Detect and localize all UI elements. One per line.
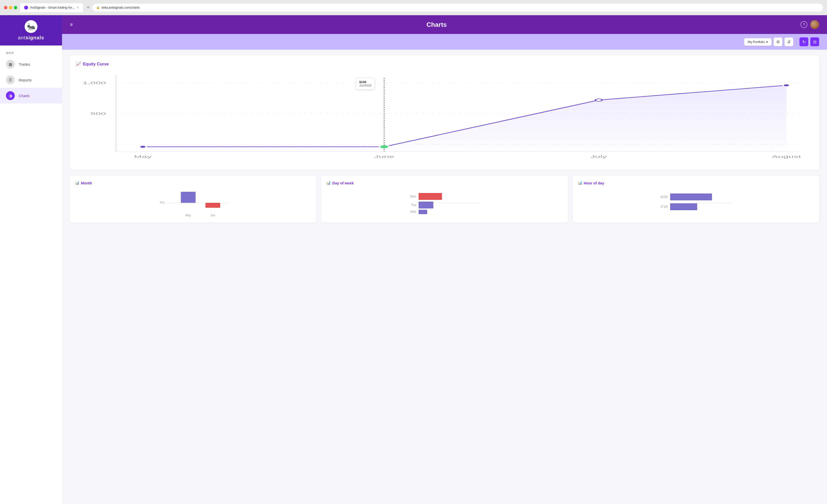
equity-curve-title: 📈 Equity Curve [76,61,813,67]
lock-icon: 🔒 [96,6,100,9]
chart-icon: 📈 [76,61,81,67]
sidebar-item-label: Charts [19,94,30,98]
print-icon: 🖨 [787,40,791,44]
sidebar: 🐜 antsignals MAIN ▦ Trades ☰ Reports ◑ C… [0,15,62,504]
sidebar-section-label: MAIN [0,49,62,56]
svg-text:Tue: Tue [411,203,417,207]
sidebar-item-reports[interactable]: ☰ Reports [0,72,62,88]
hour-of-day-chart-area: 16:00 17:00 [578,188,814,218]
print-btn[interactable]: 🖨 [784,37,793,46]
chart-icon: 📊 [578,181,582,185]
trades-icon: ▦ [6,60,15,69]
svg-text:June: June [374,155,395,159]
svg-point-15 [783,84,790,87]
address-bar[interactable]: 🔒 beta.antsignals.com/charts [92,4,823,11]
svg-text:May: May [185,214,191,217]
month-chart-area: May Jun May [75,188,311,218]
dot-maximize[interactable] [14,6,17,9]
svg-text:500: 500 [90,112,106,116]
user-avatar[interactable] [810,20,819,29]
tab-title: AntSignals - Smart trading for... [30,6,75,9]
chart-icon: 📊 [75,181,80,185]
help-btn[interactable]: ? [800,21,807,28]
filter-icon: ⊟ [813,40,816,44]
svg-rect-18 [181,192,196,203]
filter-btn[interactable]: ⊟ [810,37,819,46]
charts-icon: ◑ [6,91,15,100]
svg-text:Mon: Mon [410,195,416,198]
svg-rect-31 [670,193,712,201]
dot-close[interactable] [4,6,7,9]
hour-of-day-title: 📊 Hour of day [578,181,814,185]
svg-text:May: May [134,155,152,159]
portfolio-select[interactable]: My Portfolio ▾ [744,38,772,46]
sidebar-logo: 🐜 antsignals [0,15,62,46]
refresh-icon: ↻ [802,40,806,44]
browser-chrome: AntSignals - Smart trading for... ✕ + 🔒 … [0,0,827,15]
tab-favicon [24,6,28,10]
svg-rect-32 [670,203,697,210]
top-bar-right: ? [800,20,819,29]
hour-of-day-chart-card: 📊 Hour of day 16:00 [573,176,819,223]
portfolio-label: My Portfolio [748,40,765,44]
svg-rect-26 [419,210,427,214]
charts-area: 📈 Equity Curve $106 Jun/2020 [62,50,827,504]
sidebar-item-label: Reports [19,78,32,82]
sidebar-item-trades[interactable]: ▦ Trades [0,56,62,72]
svg-text:1,000: 1,000 [83,81,106,85]
svg-text:July: July [590,155,607,159]
svg-marker-11 [143,85,786,152]
browser-dots [4,6,17,9]
svg-point-14 [595,99,602,101]
svg-rect-24 [419,193,442,200]
chevron-down-icon: ▾ [766,40,768,44]
svg-text:Wed: Wed [410,210,416,213]
toolbar-separator [796,39,796,45]
month-chart-card: 📊 Month May Jun [70,176,316,223]
browser-tab[interactable]: AntSignals - Smart trading for... ✕ [20,3,83,12]
dow-svg: Mon Tue Wed [326,188,563,218]
top-bar: ≡ Charts ? [62,15,827,34]
settings-icon: ⚙ [776,40,780,44]
month-chart-title: 📊 Month [75,181,311,185]
sidebar-nav: MAIN ▦ Trades ☰ Reports ◑ Charts [0,46,62,107]
equity-chart-container: $106 Jun/2020 1,000 500 [76,70,813,164]
sub-bar: My Portfolio ▾ ⚙ 🖨 ↻ ⊟ [62,34,827,50]
reports-icon: ☰ [6,75,15,84]
main-content: ≡ Charts ? My Portfolio ▾ ⚙ 🖨 ↻ [62,15,827,504]
refresh-btn[interactable]: ↻ [799,37,808,46]
logo-icon: 🐜 [25,20,37,33]
logo-text: antsignals [18,35,44,41]
equity-curve-card: 📈 Equity Curve $106 Jun/2020 [70,56,819,170]
month-svg: May Jun May [75,188,311,218]
app-container: 🐜 antsignals MAIN ▦ Trades ☰ Reports ◑ C… [0,15,827,504]
day-of-week-chart-card: 📊 Day of week [321,176,568,223]
add-tab-btn[interactable]: + [87,5,90,10]
url-text: beta.antsignals.com/charts [102,6,140,9]
tab-close-btn[interactable]: ✕ [77,6,79,9]
day-of-week-chart-area: Mon Tue Wed [326,188,563,218]
svg-text:17:00: 17:00 [660,205,668,209]
day-of-week-title: 📊 Day of week [326,181,563,185]
equity-svg: 1,000 500 May June July August [76,70,813,164]
page-title: Charts [427,21,447,29]
sidebar-item-charts[interactable]: ◑ Charts [0,88,62,104]
settings-btn[interactable]: ⚙ [774,37,782,46]
svg-rect-19 [205,203,220,208]
hamburger-btn[interactable]: ≡ [70,22,73,27]
logo-ant-icon: 🐜 [27,22,36,31]
svg-text:August: August [772,155,801,159]
svg-rect-25 [419,202,433,209]
sidebar-item-label: Trades [19,62,30,66]
svg-text:16:00: 16:00 [660,195,668,199]
dot-minimize[interactable] [9,6,12,9]
svg-text:Jun: Jun [210,214,215,217]
charts-row: 📊 Month May Jun [70,176,819,223]
hod-svg: 16:00 17:00 [578,188,814,218]
svg-point-12 [140,146,146,148]
chart-icon: 📊 [326,181,331,185]
svg-text:May: May [160,201,165,204]
